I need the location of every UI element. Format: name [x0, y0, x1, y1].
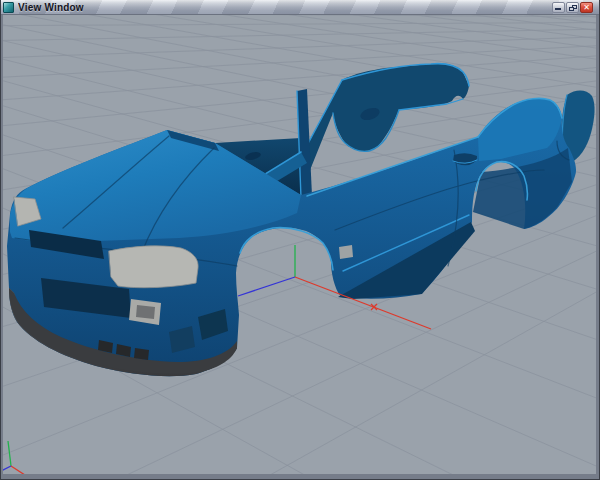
minimize-button[interactable] [552, 2, 565, 13]
headlight-right [109, 246, 198, 288]
corner-axis-gizmo [3, 441, 28, 474]
scene-svg [3, 15, 596, 474]
fog-lamp-inner [136, 305, 155, 319]
car-model [7, 63, 595, 376]
restore-button[interactable] [566, 2, 579, 13]
minimize-icon [555, 8, 561, 10]
close-button[interactable]: ✕ [580, 2, 593, 13]
gizmo-z-blue [3, 466, 11, 471]
window-title: View Window [18, 2, 552, 13]
gizmo-x-red [11, 466, 28, 474]
title-bar[interactable]: View Window ✕ [1, 0, 599, 15]
viewport-3d[interactable] [3, 15, 596, 474]
view-window: View Window ✕ [0, 0, 600, 480]
app-icon [3, 2, 14, 13]
window-controls: ✕ [552, 2, 593, 13]
side-marker [339, 245, 353, 259]
gizmo-y-green [8, 441, 11, 466]
axis-z-blue [238, 277, 295, 296]
